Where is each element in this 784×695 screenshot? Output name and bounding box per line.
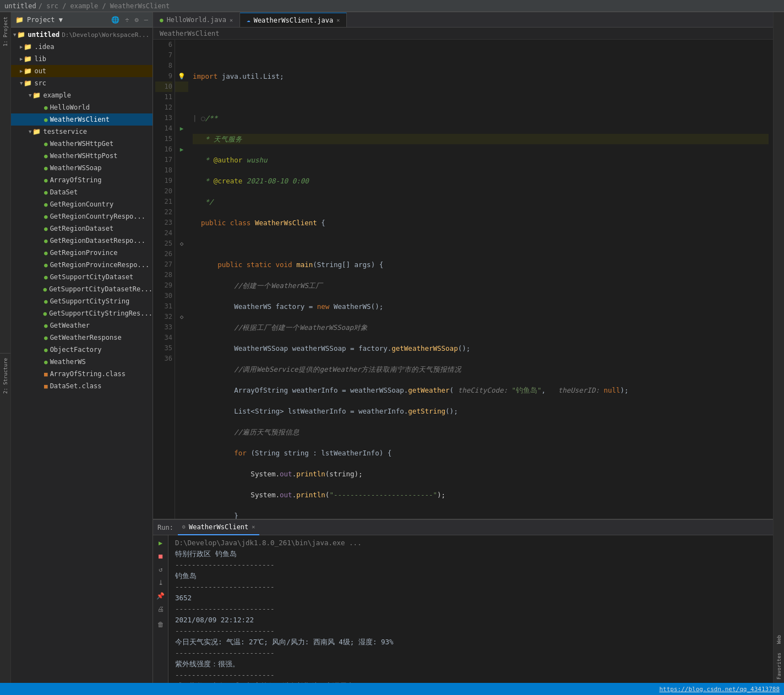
code-line-26: System.out.println(string);	[193, 469, 769, 479]
java-icon: ●	[44, 298, 48, 305]
tree-item-weatherwshttppost[interactable]: ● WeatherWSHttpPost	[11, 150, 153, 162]
folder-icon: 📁	[32, 128, 41, 135]
tree-item-getsupportcitystring[interactable]: ● GetSupportCityString	[11, 295, 153, 307]
tab-close-icon[interactable]: ✕	[336, 17, 340, 23]
tree-item-getsupportcitydataset[interactable]: ● GetSupportCityDataset	[11, 271, 153, 283]
output-separator-5: ------------------------	[175, 648, 766, 659]
tree-item-getweatherresponse[interactable]: ● GetWeatherResponse	[11, 332, 153, 344]
tree-label: WeatherWsClient	[50, 116, 110, 123]
tab-label: WeatherWsClient.java	[254, 17, 334, 24]
tree-item-untitled[interactable]: ▼ 📁 untitled D:\Develop\WorkspaceR...	[11, 29, 153, 41]
class-icon: ■	[44, 383, 48, 390]
project-icon-globe[interactable]: 🌐	[111, 16, 119, 24]
tree-item-getregiondataset[interactable]: ● GetRegionDataset	[11, 222, 153, 235]
tree-item-example[interactable]: ▼ 📁 example	[11, 89, 153, 101]
output-line-3: 3652	[175, 593, 766, 604]
output-line-4: 2021/08/09 22:12:22	[175, 615, 766, 626]
tree-item-idea[interactable]: ▶ 📁 .idea	[11, 41, 153, 53]
java-icon: ●	[44, 213, 48, 220]
arrow-icon: ▶	[20, 44, 23, 50]
tree-item-getregioncountry[interactable]: ● GetRegionCountry	[11, 198, 153, 210]
run-rerun-button[interactable]: ↺	[155, 564, 166, 575]
tree-item-testservice[interactable]: ▼ 📁 testservice	[11, 126, 153, 138]
code-line-23: List<String> lstWeatherInfo = weatherInf…	[193, 406, 769, 416]
structure-tab-icon[interactable]: 2: Structure	[2, 356, 9, 396]
output-line-1: 特别行政区 钓鱼岛	[175, 549, 766, 560]
java-icon: ●	[44, 346, 48, 354]
tree-item-weatherwssoap[interactable]: ● WeatherWSSoap	[11, 162, 153, 174]
java-icon: ●	[44, 201, 48, 208]
tree-item-lib[interactable]: ▶ 📁 lib	[11, 53, 153, 65]
tree-item-getweather[interactable]: ● GetWeather	[11, 319, 153, 332]
tree-label: HelloWorld	[50, 104, 90, 111]
tree-label: WeatherWSSoap	[50, 164, 102, 172]
code-line-18: WeatherWS factory = new WeatherWS();	[193, 301, 769, 312]
run-content: ▶ ■ ↺ ⤓ 📌 🖨 🗑 D:\Develop\Java\jdk1.8.0_2…	[153, 535, 773, 695]
line-numbers: 6 7 8 9 10 11 12 13 14 15 16 17 18 19 20…	[153, 40, 175, 519]
folder-icon: 📁	[24, 79, 32, 87]
run-stop-button[interactable]: ■	[155, 551, 166, 562]
tree-item-src[interactable]: ▼ 📁 src	[11, 77, 153, 89]
tree-item-arrayofstring[interactable]: ● ArrayOfString	[11, 174, 153, 186]
tree-item-getregionprovince[interactable]: ● GetRegionProvince	[11, 247, 153, 259]
java-icon: ●	[44, 262, 48, 269]
tree-item-arrayofstring-class[interactable]: ■ ArrayOfString.class	[11, 368, 153, 380]
tree-item-objectfactory[interactable]: ● ObjectFactory	[11, 344, 153, 356]
tab-close-icon[interactable]: ✕	[230, 17, 233, 23]
run-pin-button[interactable]: 📌	[155, 590, 166, 601]
tab-weatherwsclient[interactable]: ☁ WeatherWsClient.java ✕	[240, 13, 347, 27]
code-line-10: * 天气服务	[193, 134, 769, 144]
tree-item-getsupportcitystringresp[interactable]: ● GetSupportCityStringRes...	[11, 307, 153, 319]
project-icon-gear[interactable]: ⚙	[135, 16, 139, 24]
window-title: untitled	[4, 2, 36, 10]
status-url[interactable]: https://blog.csdn.net/qq_43413788	[659, 686, 780, 693]
output-separator-3: ------------------------	[175, 604, 766, 615]
tree-item-helloworld[interactable]: ● HelloWorld	[11, 101, 153, 113]
tree-label: DataSet.class	[50, 382, 102, 390]
project-panel-header: 📁 Project ▼ 🌐 ÷ ⚙ —	[11, 12, 153, 28]
run-tab-close[interactable]: ✕	[252, 524, 255, 530]
tab-label: HelloWorld.java	[167, 16, 226, 24]
run-play-button[interactable]: ▶	[155, 537, 166, 549]
code-editor[interactable]: 6 7 8 9 10 11 12 13 14 15 16 17 18 19 20…	[153, 40, 773, 519]
tree-item-dataset-class[interactable]: ■ DataSet.class	[11, 380, 153, 392]
run-scroll-end-button[interactable]: ⤓	[155, 577, 166, 588]
main-layout: 1: Project 2: Structure 📁 Project ▼ 🌐 ÷ …	[0, 12, 784, 695]
tree-label: GetRegionProvince	[50, 249, 118, 257]
tree-item-weatherwsclient[interactable]: ● WeatherWsClient	[11, 113, 153, 126]
code-line-20: WeatherWSSoap weatherWSSoap = factory.ge…	[193, 343, 769, 354]
web-tab[interactable]: Web	[775, 633, 783, 646]
project-icon-divide[interactable]: ÷	[125, 16, 129, 24]
code-line-21: //调用WebService提供的getWeather方法获取南宁市的天气预报情…	[193, 364, 769, 374]
tree-item-weatherws[interactable]: ● WeatherWS	[11, 356, 153, 368]
run-controls: ▶ ■ ↺ ⤓ 📌 🖨 🗑	[153, 535, 168, 695]
project-tab-icon[interactable]: 1: Project	[2, 14, 9, 48]
gutter: 💡 ▶ ▶ ◇	[175, 40, 188, 519]
code-text[interactable]: import java.util.List; | ○/** * 天气服务 * @…	[188, 40, 773, 519]
java-icon: ●	[44, 225, 48, 232]
window-title-bar: untitled / src / example / WeatherWsClie…	[0, 0, 784, 12]
tree-item-dataset[interactable]: ● DataSet	[11, 186, 153, 198]
run-print-button[interactable]: 🖨	[155, 604, 166, 615]
run-tab-weatherwsclient[interactable]: ⚙ WeatherWsClient ✕	[178, 520, 259, 535]
code-line-27: System.out.println("--------------------…	[193, 490, 769, 500]
java-icon: ●	[44, 359, 48, 366]
run-label: Run:	[157, 524, 173, 531]
project-icon-minus[interactable]: —	[144, 16, 148, 24]
tab-helloworld[interactable]: ● HelloWorld.java ✕	[153, 13, 240, 27]
tree-item-out[interactable]: ▶ 📁 out	[11, 65, 153, 77]
tree-label: GetSupportCityDatasetRe...	[49, 285, 153, 293]
tree-item-getregionprovresp[interactable]: ● GetRegionProvinceRespo...	[11, 259, 153, 271]
folder-icon: 📁	[24, 43, 32, 51]
tree-item-getregiondatasetresp[interactable]: ● GetRegionDatasetRespo...	[11, 235, 153, 247]
tree-item-getsupportcitydatasetresp[interactable]: ● GetSupportCityDatasetRe...	[11, 283, 153, 295]
tree-item-getregioncountryresp[interactable]: ● GetRegionCountryRespo...	[11, 210, 153, 222]
breadcrumb-text: WeatherWsClient	[160, 30, 219, 37]
tree-item-weatherwshttpget[interactable]: ● WeatherWSHttpGet	[11, 138, 153, 150]
run-clear-button[interactable]: 🗑	[155, 619, 166, 630]
vertical-tabs-sidebar: 1: Project 2: Structure	[0, 12, 11, 695]
window-breadcrumb: / src / example / WeatherWsClient	[39, 2, 170, 10]
code-line-24: //遍历天气预报信息	[193, 427, 769, 437]
class-icon: ■	[44, 371, 48, 378]
java-icon: ●	[44, 189, 48, 196]
